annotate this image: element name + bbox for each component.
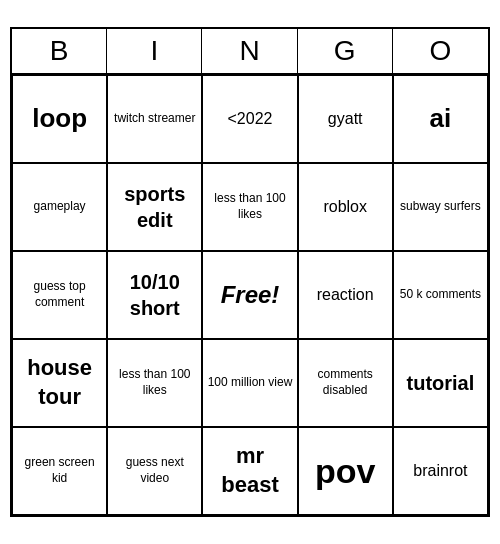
bingo-cell-19: tutorial xyxy=(393,339,488,427)
bingo-cell-6: sports edit xyxy=(107,163,202,251)
bingo-cell-24: brainrot xyxy=(393,427,488,515)
bingo-cell-4: ai xyxy=(393,75,488,163)
bingo-header: B I N G O xyxy=(12,29,488,75)
bingo-cell-3: gyatt xyxy=(298,75,393,163)
bingo-card: B I N G O looptwitch streamer<2022gyatta… xyxy=(10,27,490,517)
header-n: N xyxy=(202,29,297,73)
bingo-cell-17: 100 million view xyxy=(202,339,297,427)
header-o: O xyxy=(393,29,488,73)
bingo-cell-1: twitch streamer xyxy=(107,75,202,163)
bingo-cell-9: subway surfers xyxy=(393,163,488,251)
bingo-cell-16: less than 100 likes xyxy=(107,339,202,427)
bingo-cell-10: guess top comment xyxy=(12,251,107,339)
bingo-cell-18: comments disabled xyxy=(298,339,393,427)
header-b: B xyxy=(12,29,107,73)
bingo-cell-20: green screen kid xyxy=(12,427,107,515)
bingo-cell-12: Free! xyxy=(202,251,297,339)
bingo-cell-23: pov xyxy=(298,427,393,515)
bingo-cell-13: reaction xyxy=(298,251,393,339)
bingo-cell-8: roblox xyxy=(298,163,393,251)
bingo-cell-0: loop xyxy=(12,75,107,163)
bingo-cell-7: less than 100 likes xyxy=(202,163,297,251)
header-g: G xyxy=(298,29,393,73)
bingo-cell-15: house tour xyxy=(12,339,107,427)
header-i: I xyxy=(107,29,202,73)
bingo-cell-22: mr beast xyxy=(202,427,297,515)
bingo-cell-2: <2022 xyxy=(202,75,297,163)
bingo-grid: looptwitch streamer<2022gyattaigameplays… xyxy=(12,75,488,515)
bingo-cell-5: gameplay xyxy=(12,163,107,251)
bingo-cell-14: 50 k comments xyxy=(393,251,488,339)
bingo-cell-11: 10/10 short xyxy=(107,251,202,339)
bingo-cell-21: guess next video xyxy=(107,427,202,515)
